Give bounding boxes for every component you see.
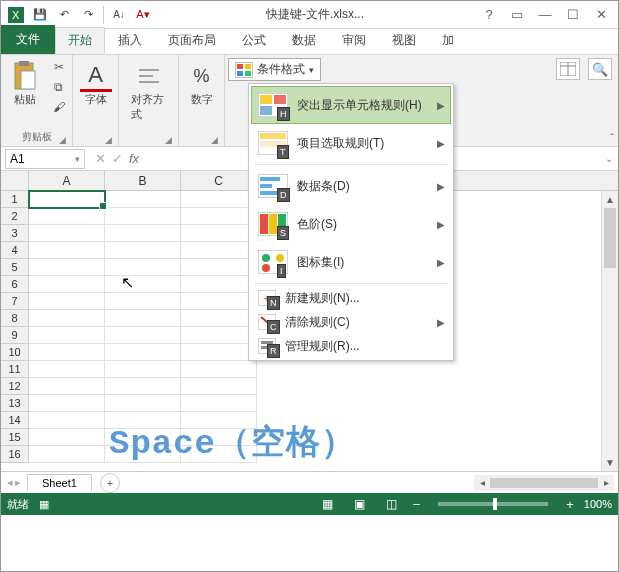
clipboard-launcher-icon[interactable]: ◢ — [59, 135, 66, 145]
row-header[interactable]: 3 — [1, 225, 29, 242]
row-header[interactable]: 5 — [1, 259, 29, 276]
cell[interactable] — [181, 361, 257, 378]
cut-icon[interactable]: ✂ — [49, 58, 69, 76]
row-header[interactable]: 16 — [1, 446, 29, 463]
horizontal-scrollbar[interactable]: ◂ ▸ — [474, 475, 614, 491]
cell[interactable] — [29, 259, 105, 276]
paste-button[interactable]: 粘贴 — [5, 58, 45, 109]
cf-clear-rules[interactable]: C 清除规则(C) ▶ — [251, 310, 451, 334]
sheet-nav-prev-icon[interactable]: ◂ — [7, 476, 13, 489]
align-launcher-icon[interactable]: ◢ — [165, 135, 172, 145]
page-break-view-icon[interactable]: ◫ — [381, 495, 403, 513]
cf-icon-sets[interactable]: I 图标集(I) ▶ — [251, 243, 451, 281]
cell[interactable] — [105, 191, 181, 208]
cell[interactable] — [181, 293, 257, 310]
row-header[interactable]: 2 — [1, 208, 29, 225]
zoom-in-button[interactable]: + — [566, 497, 574, 512]
help-icon[interactable]: ? — [476, 4, 502, 26]
sort-az-icon[interactable]: A↓ — [108, 4, 130, 26]
scroll-right-icon[interactable]: ▸ — [598, 477, 614, 488]
cell[interactable] — [181, 378, 257, 395]
cell[interactable] — [105, 446, 181, 463]
alignment-button[interactable]: 对齐方式 — [129, 58, 169, 124]
cell[interactable] — [181, 344, 257, 361]
font-launcher-icon[interactable]: ◢ — [105, 135, 112, 145]
cell[interactable] — [29, 310, 105, 327]
cell[interactable] — [29, 378, 105, 395]
tab-review[interactable]: 审阅 — [329, 27, 379, 54]
col-header-a[interactable]: A — [29, 171, 105, 190]
cf-color-scales[interactable]: S 色阶(S) ▶ — [251, 205, 451, 243]
select-all-corner[interactable] — [1, 171, 29, 190]
cell[interactable] — [181, 259, 257, 276]
row-header[interactable]: 6 — [1, 276, 29, 293]
save-icon[interactable]: 💾 — [29, 4, 51, 26]
cell[interactable] — [105, 327, 181, 344]
cell[interactable] — [29, 344, 105, 361]
minimize-button[interactable]: — — [532, 4, 558, 26]
macro-record-icon[interactable]: ▦ — [39, 498, 49, 511]
sheet-nav-next-icon[interactable]: ▸ — [15, 476, 21, 489]
add-sheet-button[interactable]: + — [100, 473, 120, 493]
tab-home[interactable]: 开始 — [55, 27, 105, 54]
copy-icon[interactable]: ⧉ — [49, 78, 69, 96]
enter-formula-icon[interactable]: ✓ — [112, 151, 123, 166]
cell[interactable] — [181, 395, 257, 412]
cell[interactable] — [105, 208, 181, 225]
zoom-thumb[interactable] — [493, 498, 497, 510]
hscroll-thumb[interactable] — [490, 478, 598, 488]
number-button[interactable]: %数字 — [182, 58, 222, 109]
cell[interactable] — [29, 276, 105, 293]
cf-new-rule[interactable]: +N 新建规则(N)... — [251, 286, 451, 310]
cell[interactable] — [105, 293, 181, 310]
cell[interactable] — [29, 446, 105, 463]
cell[interactable] — [105, 344, 181, 361]
close-button[interactable]: ✕ — [588, 4, 614, 26]
ribbon-display-icon[interactable]: ▭ — [504, 4, 530, 26]
cf-top-bottom-rules[interactable]: T 项目选取规则(T) ▶ — [251, 124, 451, 162]
row-header[interactable]: 8 — [1, 310, 29, 327]
cell[interactable] — [29, 225, 105, 242]
cell[interactable] — [181, 327, 257, 344]
cell[interactable] — [181, 242, 257, 259]
zoom-level[interactable]: 100% — [584, 498, 612, 510]
vertical-scrollbar[interactable]: ▲ ▼ — [601, 191, 618, 471]
excel-logo-icon[interactable]: X — [5, 4, 27, 26]
fx-icon[interactable]: fx — [129, 151, 139, 166]
cell[interactable] — [105, 429, 181, 446]
tab-formulas[interactable]: 公式 — [229, 27, 279, 54]
scroll-up-icon[interactable]: ▲ — [602, 191, 618, 208]
scroll-left-icon[interactable]: ◂ — [474, 477, 490, 488]
redo-icon[interactable]: ↷ — [77, 4, 99, 26]
maximize-button[interactable]: ☐ — [560, 4, 586, 26]
col-header-b[interactable]: B — [105, 171, 181, 190]
cell[interactable] — [181, 310, 257, 327]
cell[interactable] — [105, 242, 181, 259]
undo-icon[interactable]: ↶ — [53, 4, 75, 26]
cell[interactable] — [29, 395, 105, 412]
row-header[interactable]: 4 — [1, 242, 29, 259]
cell[interactable] — [181, 225, 257, 242]
zoom-slider[interactable] — [438, 502, 548, 506]
scroll-thumb[interactable] — [604, 208, 616, 268]
cell[interactable] — [29, 242, 105, 259]
cell[interactable] — [105, 412, 181, 429]
format-painter-icon[interactable]: 🖌 — [49, 98, 69, 116]
cell[interactable] — [29, 208, 105, 225]
font-button[interactable]: A字体 — [76, 58, 116, 109]
name-box[interactable]: A1▾ — [5, 149, 85, 169]
row-header[interactable]: 1 — [1, 191, 29, 208]
cf-manage-rules[interactable]: R 管理规则(R)... — [251, 334, 451, 358]
tab-page-layout[interactable]: 页面布局 — [155, 27, 229, 54]
col-header-c[interactable]: C — [181, 171, 257, 190]
cancel-formula-icon[interactable]: ✕ — [95, 151, 106, 166]
page-layout-view-icon[interactable]: ▣ — [349, 495, 371, 513]
row-header[interactable]: 7 — [1, 293, 29, 310]
cell[interactable] — [181, 191, 257, 208]
cell[interactable] — [181, 429, 257, 446]
scroll-down-icon[interactable]: ▼ — [602, 454, 618, 471]
cf-data-bars[interactable]: D 数据条(D) ▶ — [251, 167, 451, 205]
cell[interactable] — [105, 310, 181, 327]
row-header[interactable]: 15 — [1, 429, 29, 446]
collapse-ribbon-icon[interactable]: ˆ — [610, 132, 614, 144]
